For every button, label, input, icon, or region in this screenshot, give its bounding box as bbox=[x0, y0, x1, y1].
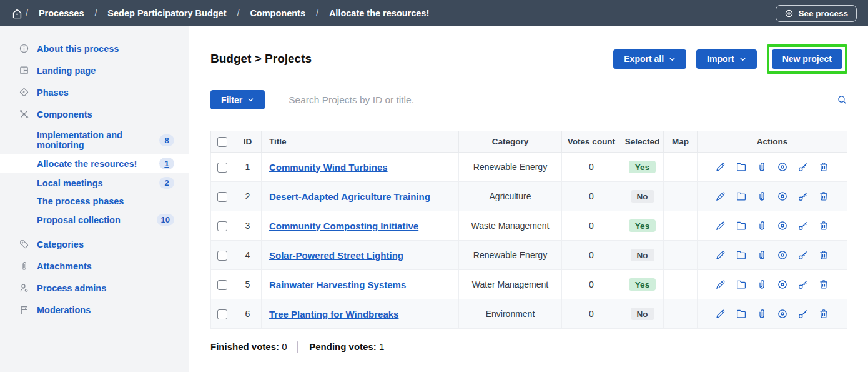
preview-icon[interactable] bbox=[777, 161, 788, 173]
project-id: 3 bbox=[234, 211, 262, 241]
project-title-link[interactable]: Desert-Adapted Agriculture Training bbox=[269, 191, 430, 202]
project-title-link[interactable]: Community Composting Initiative bbox=[269, 221, 418, 231]
project-title-link[interactable]: Community Wind Turbines bbox=[269, 162, 388, 173]
sidebar-item-landing-page[interactable]: Landing page bbox=[0, 59, 189, 81]
project-votes: 0 bbox=[562, 299, 621, 329]
folder-icon[interactable] bbox=[736, 279, 747, 290]
row-checkbox[interactable] bbox=[217, 221, 227, 231]
column-header-votes: Votes count bbox=[562, 131, 621, 153]
project-map-cell bbox=[664, 299, 698, 329]
attachments-icon[interactable] bbox=[756, 220, 767, 231]
delete-icon[interactable] bbox=[818, 161, 829, 173]
search-icon[interactable] bbox=[837, 94, 847, 105]
breadcrumb-processes[interactable]: Processes bbox=[39, 8, 84, 18]
delete-icon[interactable] bbox=[818, 249, 829, 261]
column-header-title: Title bbox=[262, 131, 459, 153]
folder-icon[interactable] bbox=[736, 249, 747, 261]
import-button[interactable]: Import bbox=[696, 49, 757, 69]
edit-icon[interactable] bbox=[715, 220, 726, 231]
home-icon[interactable] bbox=[11, 8, 23, 19]
project-votes: 0 bbox=[562, 153, 621, 182]
header-divider bbox=[210, 79, 847, 79]
breadcrumb-separator: / bbox=[316, 8, 318, 18]
pending-votes-label: Pending votes: bbox=[309, 341, 377, 352]
search-input[interactable] bbox=[272, 94, 829, 106]
sidebar-subitem-allocate-resources[interactable]: Allocate the resources! 1 bbox=[0, 154, 189, 173]
table-header-row: ID Title Category Votes count Selected M… bbox=[211, 131, 847, 153]
sidebar-item-label: Components bbox=[37, 109, 92, 119]
edit-icon[interactable] bbox=[715, 191, 726, 202]
components-subnav: Implementation and monitoring 8 Allocate… bbox=[0, 126, 189, 229]
folder-icon[interactable] bbox=[736, 161, 747, 173]
folder-icon[interactable] bbox=[736, 191, 747, 202]
sidebar-item-phases[interactable]: Phases bbox=[0, 81, 189, 103]
sidebar-item-components[interactable]: Components bbox=[0, 103, 189, 125]
delete-icon[interactable] bbox=[818, 191, 829, 202]
votes-separator: │ bbox=[295, 341, 301, 352]
sidebar-item-about[interactable]: About this process bbox=[0, 38, 189, 59]
attachments-icon[interactable] bbox=[756, 249, 767, 261]
table-row: 1 Community Wind Turbines Renewable Ener… bbox=[211, 153, 847, 182]
preview-icon[interactable] bbox=[777, 220, 788, 231]
permissions-key-icon[interactable] bbox=[797, 191, 809, 202]
page-title: Budget > Projects bbox=[210, 52, 312, 66]
preview-icon[interactable] bbox=[777, 191, 788, 202]
delete-icon[interactable] bbox=[818, 220, 829, 231]
filter-button[interactable]: Filter bbox=[210, 90, 265, 109]
eye-icon bbox=[784, 9, 794, 18]
permissions-key-icon[interactable] bbox=[797, 249, 809, 261]
preview-icon[interactable] bbox=[777, 249, 788, 261]
attachments-icon[interactable] bbox=[756, 308, 767, 319]
attachments-icon[interactable] bbox=[756, 191, 767, 202]
column-header-id: ID bbox=[234, 131, 262, 153]
project-title-link[interactable]: Solar-Powered Street Lighting bbox=[269, 250, 403, 261]
row-checkbox[interactable] bbox=[217, 280, 227, 290]
permissions-key-icon[interactable] bbox=[797, 161, 809, 173]
permissions-key-icon[interactable] bbox=[797, 220, 809, 231]
row-checkbox[interactable] bbox=[217, 192, 227, 202]
row-checkbox[interactable] bbox=[217, 163, 227, 173]
sidebar-subitem-proposal-collection[interactable]: Proposal collection 10 bbox=[0, 210, 189, 229]
sidebar-subitem-process-phases[interactable]: The process phases bbox=[0, 193, 189, 210]
sidebar-subitem-local-meetings[interactable]: Local meetings 2 bbox=[0, 173, 189, 193]
export-all-button[interactable]: Export all bbox=[613, 49, 686, 69]
sidebar-item-attachments[interactable]: Attachments bbox=[0, 255, 189, 277]
sidebar-item-moderations[interactable]: Moderations bbox=[0, 299, 189, 321]
count-badge: 10 bbox=[157, 214, 174, 226]
subitem-label: Implementation and monitoring bbox=[37, 130, 159, 150]
sidebar-item-label: Phases bbox=[37, 88, 69, 98]
project-title-link[interactable]: Tree Planting for Windbreaks bbox=[269, 309, 398, 319]
attachments-icon[interactable] bbox=[756, 279, 767, 290]
project-map-cell bbox=[664, 153, 698, 182]
import-label: Import bbox=[707, 54, 734, 64]
sidebar-item-categories[interactable]: Categories bbox=[0, 233, 189, 255]
breadcrumb-process-title[interactable]: Sedep Participatory Budget bbox=[107, 8, 226, 18]
sidebar-item-process-admins[interactable]: Process admins bbox=[0, 277, 189, 299]
folder-icon[interactable] bbox=[736, 220, 747, 231]
row-checkbox[interactable] bbox=[217, 251, 227, 261]
attachments-icon[interactable] bbox=[756, 161, 767, 173]
edit-icon[interactable] bbox=[715, 308, 726, 319]
breadcrumb-current-component[interactable]: Allocate the resources! bbox=[329, 8, 429, 18]
permissions-key-icon[interactable] bbox=[797, 279, 809, 290]
edit-icon[interactable] bbox=[715, 161, 726, 173]
new-project-button[interactable]: New project bbox=[772, 49, 842, 69]
select-all-checkbox[interactable] bbox=[217, 137, 227, 147]
edit-icon[interactable] bbox=[715, 249, 726, 261]
selected-badge: No bbox=[631, 190, 654, 203]
votes-summary: Finished votes: 0 │ Pending votes: 1 bbox=[210, 341, 847, 352]
flag-icon bbox=[19, 304, 29, 315]
see-process-button[interactable]: See process bbox=[776, 5, 857, 22]
delete-icon[interactable] bbox=[818, 279, 829, 290]
row-checkbox[interactable] bbox=[217, 309, 227, 319]
folder-icon[interactable] bbox=[736, 308, 747, 319]
edit-icon[interactable] bbox=[715, 279, 726, 290]
delete-icon[interactable] bbox=[818, 308, 829, 319]
permissions-key-icon[interactable] bbox=[797, 308, 809, 319]
sidebar-item-label: Moderations bbox=[37, 305, 91, 315]
breadcrumb-components[interactable]: Components bbox=[250, 8, 305, 18]
preview-icon[interactable] bbox=[777, 279, 788, 290]
project-title-link[interactable]: Rainwater Harvesting Systems bbox=[269, 279, 406, 290]
sidebar-subitem-implementation[interactable]: Implementation and monitoring 8 bbox=[0, 126, 189, 154]
preview-icon[interactable] bbox=[777, 308, 788, 319]
